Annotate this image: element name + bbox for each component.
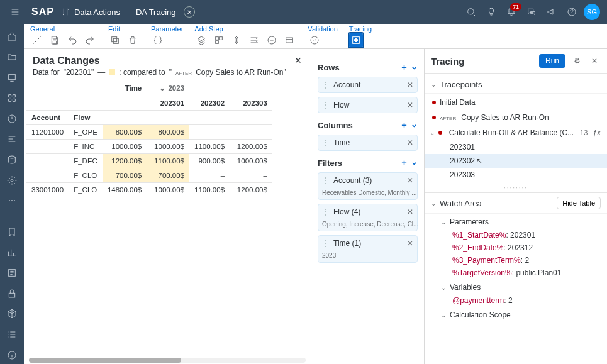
resize-handle[interactable]: ········ <box>425 183 607 192</box>
add-column-button[interactable]: ＋ <box>400 119 408 131</box>
grip-icon[interactable]: ⋮ <box>322 101 330 109</box>
chat-button[interactable] <box>521 2 542 22</box>
idea-button[interactable] <box>481 2 501 22</box>
rail-source[interactable] <box>3 264 21 282</box>
column-menu-button[interactable]: ⌄ <box>411 119 418 131</box>
rail-database[interactable] <box>3 151 21 169</box>
data-table-scroll[interactable]: Time ⌄2023 202301 202302 202303 Account … <box>24 80 311 364</box>
variables-header[interactable]: ⌄Variables <box>425 279 607 294</box>
table-row[interactable]: F_CLO700.00$700.00$–– <box>26 168 282 183</box>
watch-area-header[interactable]: ⌄ Watch Area Hide Table <box>425 192 607 214</box>
remove-button[interactable]: ✕ <box>407 176 413 185</box>
rail-files[interactable] <box>3 48 21 67</box>
table-row[interactable]: 33001000F_CLO14800.00$1000.00$1100.00$12… <box>26 183 282 197</box>
dimension-pill[interactable]: ⋮Flow (4)✕Opening, Increase, Decrease, C… <box>318 204 418 231</box>
th-period[interactable]: 202301 <box>147 96 189 111</box>
crumb-leaf[interactable]: DA Tracing <box>136 8 176 17</box>
parameter-button[interactable] <box>151 33 165 47</box>
details-button[interactable] <box>30 33 44 47</box>
scope-header[interactable]: ⌄Calculation Scope <box>425 307 607 322</box>
grip-icon[interactable]: ⋮ <box>322 80 330 89</box>
remove-button[interactable]: ✕ <box>407 207 413 216</box>
delete-button[interactable] <box>126 33 140 47</box>
grip-icon[interactable]: ⋮ <box>322 239 330 248</box>
tracepoint-initial[interactable]: Initial Data <box>425 95 607 110</box>
close-tab-button[interactable]: ✕ <box>184 6 195 18</box>
hide-table-button[interactable]: Hide Table <box>557 197 601 209</box>
th-flow[interactable]: Flow <box>69 111 103 125</box>
remove-button[interactable]: ✕ <box>407 239 413 248</box>
remove-button[interactable]: ✕ <box>407 101 413 109</box>
grip-icon[interactable]: ⋮ <box>322 207 330 216</box>
tracepoint-calc[interactable]: ⌄ Calculate Run-Off & AR Balance (C...13… <box>425 125 607 140</box>
tracing-settings-button[interactable]: ⚙ <box>571 57 583 65</box>
rail-info[interactable] <box>3 346 21 364</box>
rail-planner[interactable] <box>3 110 21 128</box>
rail-package[interactable] <box>3 305 21 323</box>
th-period[interactable]: 202302 <box>189 96 230 111</box>
rail-home[interactable] <box>3 28 21 46</box>
tracepoint-period[interactable]: 202301 <box>425 140 607 154</box>
remove-button[interactable]: ✕ <box>407 138 413 147</box>
rail-settings[interactable] <box>3 171 21 189</box>
validate-button[interactable] <box>308 33 321 47</box>
dimension-pill[interactable]: ⋮Flow✕ <box>318 97 418 113</box>
parameters-header[interactable]: ⌄Parameters <box>425 214 607 229</box>
rail-allocation[interactable] <box>3 130 21 148</box>
th-year[interactable]: ⌄2023 <box>147 80 189 96</box>
vars-title: Variables <box>450 283 481 292</box>
run-button[interactable]: Run <box>539 54 565 68</box>
undo-button[interactable] <box>65 33 79 47</box>
grip-icon[interactable]: ⋮ <box>322 138 330 147</box>
table-row[interactable]: F_INC1000.00$1000.00$1100.00$1200.00$ <box>26 140 282 154</box>
search-button[interactable] <box>461 2 481 22</box>
horizontal-scrollbar[interactable] <box>29 358 306 363</box>
add-row-button[interactable]: ＋ <box>400 62 408 73</box>
dimension-pill[interactable]: ⋮Account✕ <box>318 77 418 93</box>
feedback-button[interactable] <box>542 2 562 22</box>
tracepoint-period[interactable]: 202302↖ <box>425 154 607 168</box>
step-copy-button[interactable] <box>194 33 208 47</box>
tracing-close-button[interactable]: ✕ <box>588 57 601 65</box>
rail-chart[interactable] <box>3 243 21 262</box>
step-conv-button[interactable] <box>230 33 243 47</box>
rail-model[interactable] <box>3 69 21 87</box>
tracepoint-period[interactable]: 202303 <box>425 168 607 182</box>
tracing-toggle[interactable] <box>349 33 363 47</box>
table-row[interactable]: 11201000F_OPE800.00$800.00$–– <box>26 125 282 140</box>
close-panel-button[interactable]: ✕ <box>294 55 302 65</box>
redo-button[interactable] <box>83 33 97 47</box>
scrollbar-thumb[interactable] <box>29 358 181 363</box>
filter-menu-button[interactable]: ⌄ <box>411 157 418 168</box>
remove-button[interactable]: ✕ <box>407 80 413 89</box>
dimension-pill[interactable]: ⋮Time (1)✕2023 <box>318 235 418 263</box>
step-conv-icon <box>231 35 242 45</box>
profile-button[interactable]: SG <box>582 2 602 22</box>
step-alloc-button[interactable] <box>212 33 226 47</box>
th-account[interactable]: Account <box>26 111 69 125</box>
tracepoint-copy[interactable]: AFTERCopy Sales to AR Run-On <box>425 110 607 125</box>
copy-button[interactable] <box>108 33 122 47</box>
crumb-root[interactable]: Data Actions <box>74 8 120 17</box>
save-button[interactable] <box>48 33 62 47</box>
help-button[interactable] <box>562 2 582 22</box>
notifications-button[interactable]: 71 <box>501 2 521 22</box>
step-popup-button[interactable] <box>282 33 296 47</box>
dimension-pill[interactable]: ⋮Time✕ <box>318 135 418 151</box>
rail-bookmark[interactable] <box>3 223 21 241</box>
th-time[interactable]: Time <box>103 80 147 96</box>
rail-list[interactable] <box>3 326 21 344</box>
step-embed-button[interactable] <box>247 33 261 47</box>
add-filter-button[interactable]: ＋ <box>400 157 408 168</box>
menu-button[interactable] <box>5 2 25 22</box>
step-delete-button[interactable] <box>265 33 279 47</box>
row-menu-button[interactable]: ⌄ <box>411 62 418 73</box>
dimension-pill[interactable]: ⋮Account (3)✕Receivables Domestic, Month… <box>318 172 418 200</box>
rail-lock[interactable] <box>3 284 21 302</box>
rail-more[interactable]: ⋯ <box>3 192 21 210</box>
th-period[interactable]: 202303 <box>230 96 272 111</box>
rail-data[interactable] <box>3 89 21 108</box>
tracepoints-header[interactable]: ⌄Tracepoints <box>425 76 607 94</box>
table-row[interactable]: F_DEC-1200.00$-1100.00$-900.00$-1000.00$ <box>26 154 282 168</box>
grip-icon[interactable]: ⋮ <box>322 176 330 185</box>
